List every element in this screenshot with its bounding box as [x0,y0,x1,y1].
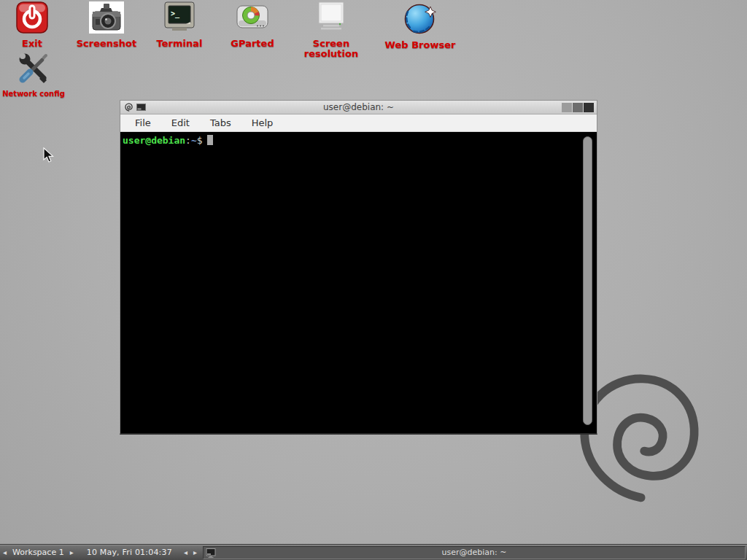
desktop-icon-exit[interactable]: Exit [3,1,61,49]
terminal-menubar: File Edit Tabs Help [120,114,597,132]
icon-label: GParted [221,39,284,49]
terminal-scrollbar-thumb[interactable] [583,136,592,425]
task-button-terminal[interactable]: user@debian: ~ [203,546,746,559]
desktop-icon-terminal[interactable]: >_ Terminal [144,1,214,49]
terminal-crt-icon: >_ [162,1,197,34]
task-button-label: user@debian: ~ [442,548,507,557]
tasklist-right-arrow[interactable]: ▸ [190,545,200,560]
power-exit-icon [16,1,48,34]
mouse-cursor [43,147,55,163]
maximize-button[interactable] [573,103,583,112]
icon-label: Screenshot [70,39,143,49]
tools-icon [16,51,51,85]
shell-prompt: user@debian:~$ [123,135,595,146]
terminal-cursor [207,135,213,145]
icon-label: Exit [3,39,61,49]
menu-edit[interactable]: Edit [164,116,197,130]
prompt-user-host: user@debian [123,135,185,146]
workspace-label[interactable]: Workspace 1 [9,548,67,557]
tasklist-left-arrow[interactable]: ◂ [181,545,190,560]
icon-label: Terminal [144,39,214,49]
taskbar-clock: 10 May, Fri 01:04:37 [82,548,177,557]
task-terminal-icon [206,548,216,558]
workspace-prev-arrow[interactable]: ◂ [0,545,9,560]
window-title: user@debian: ~ [120,102,597,112]
monitor-icon [313,1,349,34]
desktop-icon-network-config[interactable]: Network config [0,51,67,99]
prompt-symbol: $ [197,135,203,146]
menu-file[interactable]: File [128,116,158,130]
camera-icon [89,1,124,34]
menu-help[interactable]: Help [244,116,281,130]
close-button[interactable] [584,103,594,112]
desktop-icon-screenshot[interactable]: Screenshot [70,1,143,49]
minimize-button[interactable] [562,103,572,112]
desktop-icon-gparted[interactable]: GParted [221,1,284,49]
taskbar: ◂ Workspace 1 ▸ 10 May, Fri 01:04:37 ◂ ▸… [0,544,747,560]
prompt-path: ~ [191,135,197,146]
terminal-window: user@debian: ~ File Edit Tabs Help user@… [120,100,597,435]
desktop-icon-screen-resolution[interactable]: Screen resolution [285,1,378,59]
window-titlebar[interactable]: user@debian: ~ [120,101,597,114]
gparted-disk-icon [236,1,269,34]
prompt-colon: : [185,135,191,146]
globe-browser-icon [403,1,437,35]
icon-label: Web Browser [381,40,460,50]
workspace-next-arrow[interactable]: ▸ [67,545,77,560]
desktop-icon-web-browser[interactable]: Web Browser [381,1,460,50]
terminal-screen[interactable]: user@debian:~$ [120,132,597,433]
icon-label: Network config [0,89,67,99]
svg-text:>_: >_ [171,9,180,18]
icon-label: Screen resolution [285,39,378,59]
menu-tabs[interactable]: Tabs [203,116,239,130]
